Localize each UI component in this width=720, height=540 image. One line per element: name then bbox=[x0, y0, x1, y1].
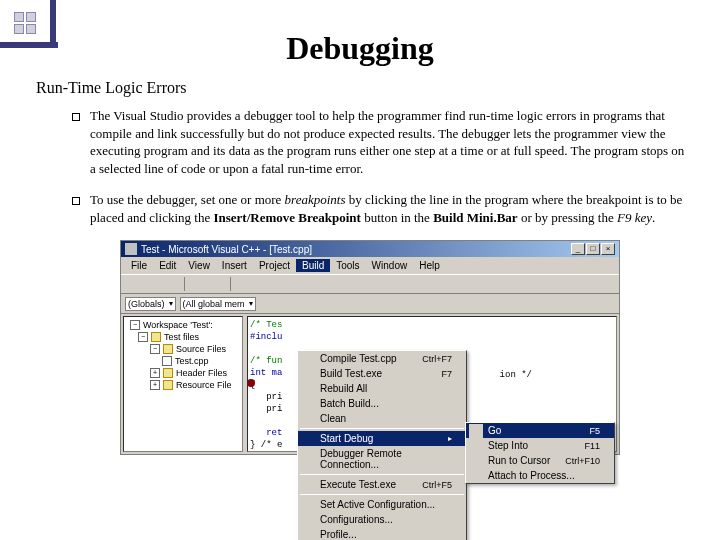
slide-corner-decoration bbox=[0, 0, 70, 60]
menu-item-clean[interactable]: Clean bbox=[298, 411, 466, 426]
expand-icon[interactable]: − bbox=[138, 332, 148, 342]
menu-item-icon bbox=[301, 352, 315, 366]
expand-icon[interactable]: − bbox=[150, 344, 160, 354]
bullet-marker bbox=[72, 113, 80, 121]
menu-item-build-test-exe[interactable]: Build Test.exeF7 bbox=[298, 366, 466, 381]
menu-insert[interactable]: Insert bbox=[216, 259, 253, 272]
submenu-arrow-icon: ▸ bbox=[448, 434, 452, 443]
file-icon bbox=[162, 356, 172, 366]
code-line: /* Tes bbox=[250, 319, 614, 331]
toolbar-button[interactable] bbox=[125, 276, 141, 292]
maximize-button[interactable]: □ bbox=[586, 243, 600, 255]
window-title: Test - Microsoft Visual C++ - [Test.cpp] bbox=[141, 244, 312, 255]
bullet-text: To use the debugger, set one or more bre… bbox=[90, 191, 690, 226]
tree-file[interactable]: Test.cpp bbox=[126, 355, 240, 367]
toolbar-button[interactable] bbox=[255, 276, 271, 292]
submenu-item-go[interactable]: GoF5 bbox=[466, 423, 614, 438]
tree-project[interactable]: − Test files bbox=[126, 331, 240, 343]
folder-icon bbox=[163, 368, 173, 378]
workspace-tree[interactable]: − Workspace 'Test': − Test files −Source… bbox=[123, 316, 243, 452]
menu-item-batch-build-[interactable]: Batch Build... bbox=[298, 396, 466, 411]
menu-item-icon bbox=[301, 367, 315, 381]
menu-item-icon bbox=[469, 469, 483, 483]
members-combo[interactable]: (All global mem bbox=[180, 297, 256, 311]
toolbar-button[interactable] bbox=[209, 276, 225, 292]
menu-item-execute-test-exe[interactable]: Execute Test.exeCtrl+F5 bbox=[298, 477, 466, 492]
scope-combo[interactable]: (Globals) bbox=[125, 297, 176, 311]
menu-build[interactable]: Build bbox=[296, 259, 330, 272]
tree-folder[interactable]: +Header Files bbox=[126, 367, 240, 379]
menu-item-icon bbox=[469, 424, 483, 438]
menu-item-set-active-configuration-[interactable]: Set Active Configuration... bbox=[298, 497, 466, 512]
tree-folder[interactable]: −Source Files bbox=[126, 343, 240, 355]
menu-help[interactable]: Help bbox=[413, 259, 446, 272]
expand-icon[interactable]: + bbox=[150, 380, 160, 390]
expand-icon[interactable]: + bbox=[150, 368, 160, 378]
code-line: #inclu bbox=[250, 331, 614, 343]
vs-window: Test - Microsoft Visual C++ - [Test.cpp]… bbox=[120, 240, 620, 455]
toolbar-button[interactable] bbox=[236, 276, 252, 292]
submenu-item-step-into[interactable]: Step IntoF11 bbox=[466, 438, 614, 453]
debug-submenu: GoF5Step IntoF11Run to CursorCtrl+F10Att… bbox=[465, 422, 615, 484]
menu-file[interactable]: File bbox=[125, 259, 153, 272]
menu-item-debugger-remote-connection-[interactable]: Debugger Remote Connection... bbox=[298, 446, 466, 472]
vs-scope-bar: (Globals) (All global mem bbox=[121, 294, 619, 314]
menu-item-profile-[interactable]: Profile... bbox=[298, 527, 466, 540]
submenu-item-attach-to-process-[interactable]: Attach to Process... bbox=[466, 468, 614, 483]
menu-item-configurations-[interactable]: Configurations... bbox=[298, 512, 466, 527]
slide-title: Debugging bbox=[0, 30, 720, 67]
menu-item-rebuild-all[interactable]: Rebuild All bbox=[298, 381, 466, 396]
minimize-button[interactable]: _ bbox=[571, 243, 585, 255]
toolbar-button[interactable] bbox=[163, 276, 179, 292]
menu-item-start-debug[interactable]: Start Debug▸ bbox=[298, 431, 466, 446]
menu-item-icon bbox=[469, 454, 483, 468]
bullet-item: The Visual Studio provides a debugger to… bbox=[72, 107, 690, 177]
window-icon bbox=[125, 243, 137, 255]
vs-toolbar bbox=[121, 274, 619, 294]
close-button[interactable]: × bbox=[601, 243, 615, 255]
menu-project[interactable]: Project bbox=[253, 259, 296, 272]
bullet-item: To use the debugger, set one or more bre… bbox=[72, 191, 690, 226]
toolbar-button[interactable] bbox=[190, 276, 206, 292]
folder-icon bbox=[163, 344, 173, 354]
project-icon bbox=[151, 332, 161, 342]
vs-titlebar: Test - Microsoft Visual C++ - [Test.cpp]… bbox=[121, 241, 619, 257]
folder-icon bbox=[163, 380, 173, 390]
menu-view[interactable]: View bbox=[182, 259, 216, 272]
menu-window[interactable]: Window bbox=[366, 259, 414, 272]
bullet-text: The Visual Studio provides a debugger to… bbox=[90, 107, 690, 177]
expand-icon[interactable]: − bbox=[130, 320, 140, 330]
tree-root[interactable]: − Workspace 'Test': bbox=[126, 319, 240, 331]
menu-edit[interactable]: Edit bbox=[153, 259, 182, 272]
menu-item-icon bbox=[301, 478, 315, 492]
build-menu-dropdown: Compile Test.cppCtrl+F7Build Test.exeF7R… bbox=[297, 350, 467, 540]
bullet-marker bbox=[72, 197, 80, 205]
tree-folder[interactable]: +Resource File bbox=[126, 379, 240, 391]
toolbar-button[interactable] bbox=[274, 276, 290, 292]
slide-subtitle: Run-Time Logic Errors bbox=[36, 79, 720, 97]
menu-item-icon bbox=[469, 439, 483, 453]
submenu-item-run-to-cursor[interactable]: Run to CursorCtrl+F10 bbox=[466, 453, 614, 468]
menu-item-compile-test-cpp[interactable]: Compile Test.cppCtrl+F7 bbox=[298, 351, 466, 366]
vs-menubar: FileEditViewInsertProjectBuildToolsWindo… bbox=[121, 257, 619, 274]
toolbar-button[interactable] bbox=[144, 276, 160, 292]
menu-tools[interactable]: Tools bbox=[330, 259, 365, 272]
